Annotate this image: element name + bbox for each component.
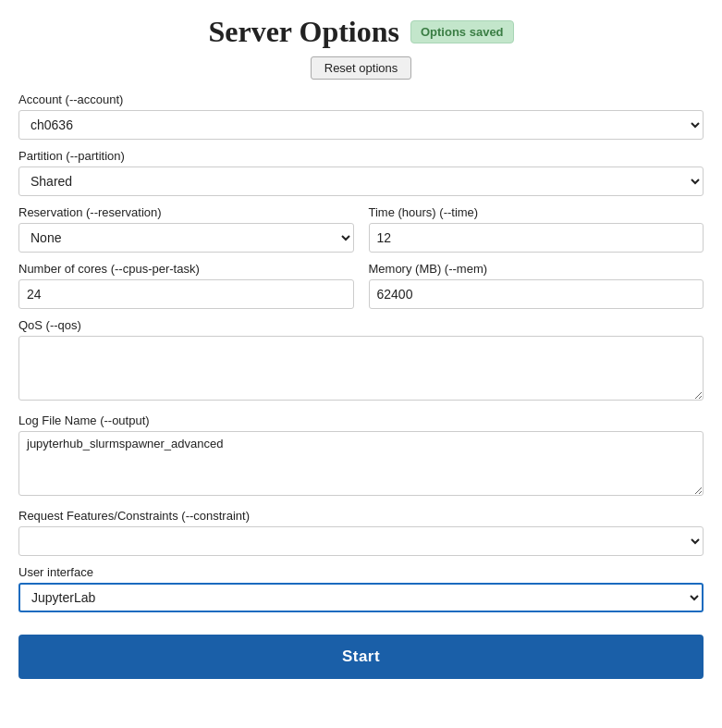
time-input[interactable] [369, 223, 704, 253]
reset-options-button[interactable]: Reset options [311, 56, 412, 80]
qos-label: QoS (--qos) [18, 318, 704, 332]
memory-input[interactable] [369, 279, 704, 309]
header-row: Server Options Options saved [18, 15, 704, 49]
options-saved-badge: Options saved [410, 20, 514, 43]
partition-select[interactable]: Shared [18, 167, 704, 196]
logfile-field-group: Log File Name (--output) jupyterhub_slur… [18, 413, 704, 500]
constraint-field-group: Request Features/Constraints (--constrai… [18, 509, 704, 556]
constraint-label: Request Features/Constraints (--constrai… [18, 509, 704, 523]
reset-row: Reset options [18, 56, 704, 80]
user-interface-select[interactable]: JupyterLab [18, 583, 704, 612]
cores-field-group: Number of cores (--cpus-per-task) [18, 262, 354, 309]
cores-input[interactable] [18, 279, 354, 309]
account-label: Account (--account) [18, 93, 704, 106]
account-field-group: Account (--account) ch0636 [18, 93, 704, 140]
page-title: Server Options [208, 15, 399, 49]
form-section: Account (--account) ch0636 Partition (--… [18, 93, 704, 679]
user-interface-label: User interface [18, 565, 704, 579]
reservation-select[interactable]: None [18, 223, 354, 253]
partition-label: Partition (--partition) [18, 149, 704, 163]
reservation-field-group: Reservation (--reservation) None [18, 205, 354, 253]
cores-memory-row: Number of cores (--cpus-per-task) Memory… [18, 262, 704, 318]
logfile-textarea[interactable]: jupyterhub_slurmspawner_advanced [18, 431, 704, 496]
memory-label: Memory (MB) (--mem) [369, 262, 704, 276]
start-button[interactable]: Start [18, 635, 704, 679]
partition-field-group: Partition (--partition) Shared [18, 149, 704, 196]
reservation-label: Reservation (--reservation) [18, 205, 354, 219]
qos-field-group: QoS (--qos) [18, 318, 704, 404]
page-container: Server Options Options saved Reset optio… [0, 0, 722, 728]
reservation-time-row: Reservation (--reservation) None Time (h… [18, 205, 704, 262]
cores-label: Number of cores (--cpus-per-task) [18, 262, 354, 276]
time-field-group: Time (hours) (--time) [369, 205, 704, 253]
memory-field-group: Memory (MB) (--mem) [369, 262, 704, 309]
user-interface-field-group: User interface JupyterLab [18, 565, 704, 612]
constraint-select[interactable] [18, 526, 704, 556]
account-select[interactable]: ch0636 [18, 110, 704, 140]
qos-textarea[interactable] [18, 336, 704, 401]
logfile-label: Log File Name (--output) [18, 413, 704, 427]
time-label: Time (hours) (--time) [369, 205, 704, 219]
